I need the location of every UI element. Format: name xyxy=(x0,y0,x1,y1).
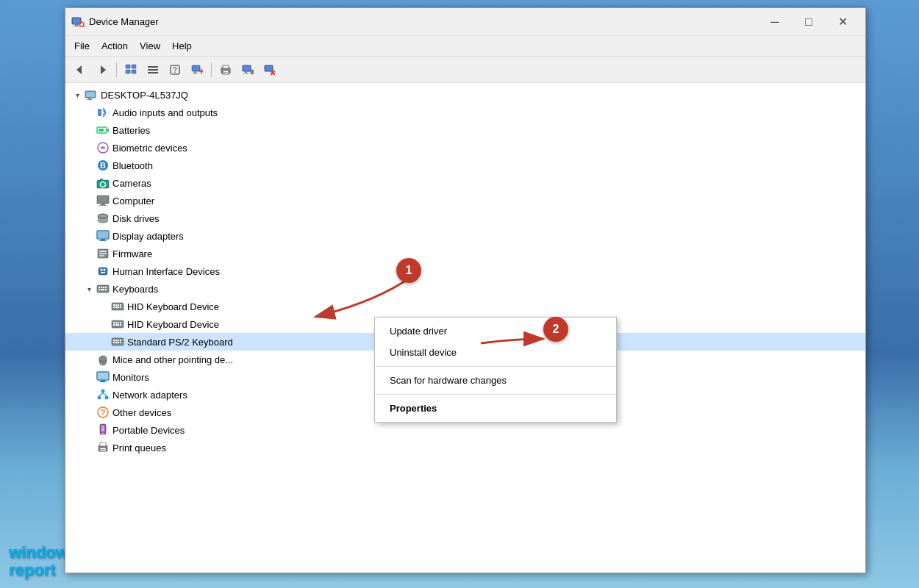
device-properties-button[interactable] xyxy=(187,60,207,79)
label-hid-kbd-2: HID Keyboard Device xyxy=(127,319,219,330)
svg-point-105 xyxy=(98,396,101,400)
svg-rect-18 xyxy=(193,73,198,74)
svg-rect-20 xyxy=(199,71,203,72)
show-hidden-button[interactable] xyxy=(143,60,163,79)
icon-biometric xyxy=(96,141,110,154)
toolbar-separator-1 xyxy=(116,62,117,77)
update-driver-toolbar-button[interactable] xyxy=(260,60,280,79)
svg-rect-84 xyxy=(118,322,119,323)
menu-file[interactable]: File xyxy=(68,38,96,54)
icon-computer xyxy=(96,194,110,207)
svg-rect-28 xyxy=(243,73,248,74)
svg-point-99 xyxy=(99,356,107,362)
svg-rect-78 xyxy=(113,306,115,308)
tree-category-computer[interactable]: › Computer xyxy=(65,192,865,209)
icon-keyboards xyxy=(96,282,110,295)
tree-category-audio[interactable]: › Audio inputs and outputs xyxy=(65,104,865,121)
menu-action[interactable]: Action xyxy=(96,38,134,54)
context-menu-separator-2 xyxy=(375,394,616,395)
tree-category-keyboards[interactable]: ▾ Keyboards xyxy=(65,280,865,298)
tree-category-disk[interactable]: › Disk drives xyxy=(65,209,865,227)
root-icon xyxy=(85,88,98,101)
svg-rect-86 xyxy=(113,324,115,326)
help-button[interactable]: ? xyxy=(165,60,185,79)
svg-text:?: ? xyxy=(173,66,177,74)
tree-category-display[interactable]: › Display adapters xyxy=(65,227,865,245)
svg-rect-80 xyxy=(120,306,121,308)
svg-rect-82 xyxy=(113,322,115,323)
label-disk: Disk drives xyxy=(112,213,160,224)
tree-category-batteries[interactable]: › Batteries xyxy=(65,121,865,139)
svg-rect-13 xyxy=(148,72,158,74)
tree-category-print[interactable]: › Print queues xyxy=(65,439,865,456)
svg-marker-6 xyxy=(101,65,106,74)
back-button[interactable] xyxy=(70,60,90,79)
svg-rect-75 xyxy=(115,304,117,306)
svg-rect-70 xyxy=(99,289,100,290)
icon-firmware xyxy=(96,247,110,260)
svg-text:B: B xyxy=(100,161,106,170)
context-uninstall-device[interactable]: Uninstall device xyxy=(375,342,616,363)
svg-rect-35 xyxy=(88,98,91,99)
view-by-type-button[interactable] xyxy=(121,60,141,79)
menu-view[interactable]: View xyxy=(134,38,166,54)
svg-rect-22 xyxy=(223,65,229,68)
svg-rect-46 xyxy=(100,179,103,181)
context-properties[interactable]: Properties xyxy=(375,398,616,419)
label-cameras: Cameras xyxy=(112,178,151,189)
menu-bar: File Action View Help xyxy=(65,36,865,57)
toolbar: ? xyxy=(65,57,865,83)
svg-rect-12 xyxy=(148,69,158,71)
svg-rect-2 xyxy=(74,26,79,26)
tree-category-cameras[interactable]: › Cameras xyxy=(65,174,865,192)
svg-rect-95 xyxy=(115,342,119,343)
forward-button[interactable] xyxy=(92,60,112,79)
svg-rect-88 xyxy=(120,324,121,326)
icon-network xyxy=(96,388,110,401)
svg-rect-91 xyxy=(115,340,117,341)
tree-category-portable[interactable]: › Portable Devices xyxy=(65,421,865,439)
svg-rect-10 xyxy=(132,70,136,74)
svg-rect-27 xyxy=(245,71,247,73)
menu-help[interactable]: Help xyxy=(166,38,198,54)
svg-rect-71 xyxy=(101,289,104,290)
svg-line-108 xyxy=(103,393,107,396)
close-button[interactable]: ✕ xyxy=(826,11,859,33)
minimize-button[interactable]: ─ xyxy=(758,11,792,33)
device-manager-window: Device Manager ─ □ ✕ File Action View He… xyxy=(65,7,866,573)
annotation-badge-2: 2 xyxy=(543,317,568,342)
svg-text:?: ? xyxy=(101,408,106,417)
tree-category-hid[interactable]: › Human Interface Devices xyxy=(65,262,865,280)
label-bluetooth: Bluetooth xyxy=(112,160,153,171)
svg-point-106 xyxy=(105,396,109,400)
icon-mice xyxy=(96,353,110,366)
svg-rect-11 xyxy=(148,66,158,68)
toolbar-separator-2 xyxy=(211,62,212,77)
label-firmware: Firmware xyxy=(112,248,152,259)
svg-rect-94 xyxy=(113,342,115,343)
context-scan-changes[interactable]: Scan for hardware changes xyxy=(375,370,616,391)
svg-rect-7 xyxy=(126,65,130,68)
tree-category-bluetooth[interactable]: › B Bluetooth xyxy=(65,157,865,174)
svg-rect-115 xyxy=(100,442,106,446)
scan-button[interactable] xyxy=(237,60,258,79)
tree-category-firmware[interactable]: › Firmware xyxy=(65,245,865,262)
svg-rect-77 xyxy=(120,304,121,306)
svg-point-63 xyxy=(104,269,106,271)
expand-keyboards[interactable]: ▾ xyxy=(83,283,95,295)
svg-rect-68 xyxy=(103,287,104,288)
print-button[interactable] xyxy=(215,60,236,79)
root-label: DESKTOP-4L537JQ xyxy=(101,90,188,101)
tree-root[interactable]: ▾ DESKTOP-4L537JQ xyxy=(65,86,865,104)
icon-display xyxy=(96,229,110,243)
root-expand-icon[interactable]: ▾ xyxy=(71,89,83,101)
context-update-driver[interactable]: Update driver xyxy=(375,320,616,342)
tree-category-biometric[interactable]: › Biometric devices xyxy=(65,139,865,157)
icon-portable xyxy=(96,423,110,437)
label-display: Display adapters xyxy=(112,231,184,242)
svg-rect-66 xyxy=(99,287,100,288)
window-icon xyxy=(71,15,85,29)
title-bar: Device Manager ─ □ ✕ xyxy=(65,8,865,36)
maximize-button[interactable]: □ xyxy=(792,11,826,33)
tree-item-hid-kbd-1[interactable]: › HID Keyboard Device xyxy=(65,298,865,315)
